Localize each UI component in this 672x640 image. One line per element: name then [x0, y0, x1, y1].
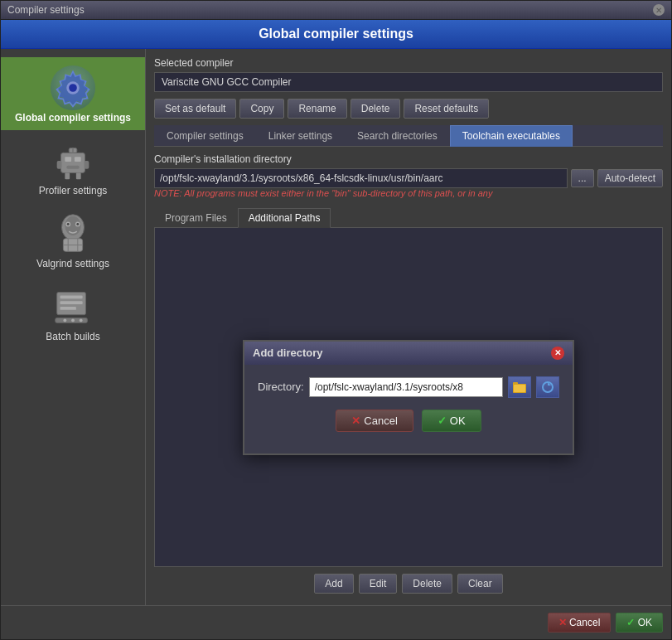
inner-tab-additional-paths[interactable]: Additional Paths [238, 208, 331, 228]
title-bar: Compiler settings ✕ [1, 1, 671, 20]
sidebar-item-valgrind[interactable]: Valgrind settings [1, 203, 145, 276]
tab-compiler-settings[interactable]: Compiler settings [154, 125, 256, 147]
install-dir-row: ... Auto-detect [154, 168, 663, 188]
selected-compiler-label: Selected compiler [154, 57, 663, 69]
sidebar: Global compiler settings Profiler settin… [1, 49, 146, 605]
sidebar-valgrind-label: Valgrind settings [36, 258, 109, 269]
profiler-icon [49, 137, 97, 185]
main-tabs: Compiler settings Linker settings Search… [154, 125, 663, 147]
tab-search-directories[interactable]: Search directories [345, 125, 450, 147]
modal-footer: ✕ Cancel ✓ OK [258, 410, 559, 442]
svg-point-17 [67, 223, 70, 225]
footer-ok-check-icon: ✓ [626, 617, 635, 628]
svg-rect-12 [76, 173, 81, 180]
modal-close-button[interactable]: ✕ [551, 347, 564, 360]
svg-rect-6 [66, 166, 79, 169]
rename-button[interactable]: Rename [288, 99, 346, 119]
main-window: Compiler settings ✕ Global compiler sett… [0, 0, 672, 640]
footer-cancel-button[interactable]: ✕ Cancel [548, 613, 612, 633]
window-title: Compiler settings [7, 4, 85, 16]
sidebar-global-compiler-label: Global compiler settings [15, 112, 131, 124]
svg-rect-24 [60, 295, 83, 298]
install-dir-input[interactable] [154, 168, 568, 188]
folder-icon [513, 381, 526, 393]
bottom-buttons: Add Edit Delete Clear [154, 567, 663, 597]
directory-input[interactable] [309, 377, 503, 397]
svg-rect-33 [514, 385, 525, 392]
compiler-row: Variscite GNU GCC Compiler [154, 72, 663, 92]
sidebar-item-profiler[interactable]: Profiler settings [1, 130, 145, 203]
main-content: Global compiler settings Profiler settin… [1, 49, 671, 605]
auto-detect-button[interactable]: Auto-detect [597, 169, 663, 187]
sidebar-batch-label: Batch builds [46, 331, 99, 342]
batch-icon [49, 283, 97, 331]
warning-text: NOTE: All programs must exist either in … [154, 188, 663, 198]
install-dir-section: Compiler's installation directory ... Au… [154, 153, 663, 203]
add-button[interactable]: Add [314, 574, 353, 594]
toolbar: Set as default Copy Rename Delete Reset … [154, 99, 663, 119]
modal-title-bar: Add directory ✕ [244, 342, 573, 365]
svg-rect-4 [65, 157, 71, 162]
compiler-select[interactable]: Variscite GNU GCC Compiler [154, 72, 663, 92]
dialog-cancel-button[interactable]: ✕ Cancel [336, 410, 413, 432]
sidebar-item-global-compiler[interactable]: Global compiler settings [1, 57, 145, 130]
svg-point-30 [80, 319, 83, 322]
ok-check-icon: ✓ [438, 415, 447, 427]
add-directory-dialog: Add directory ✕ Directory: [243, 340, 574, 455]
tab-linker-settings[interactable]: Linker settings [256, 125, 345, 147]
directory-row: Directory: [258, 376, 559, 398]
svg-rect-5 [75, 157, 81, 162]
set-as-default-button[interactable]: Set as default [154, 99, 236, 119]
browse-button[interactable]: ... [571, 169, 594, 187]
cancel-x-icon: ✕ [351, 415, 360, 427]
svg-rect-26 [60, 307, 76, 310]
svg-point-2 [69, 84, 77, 92]
reset-defaults-button[interactable]: Reset defaults [404, 99, 489, 119]
footer-cancel-x-icon: ✕ [558, 617, 567, 628]
directory-label: Directory: [258, 381, 304, 393]
footer-buttons: ✕ Cancel ✓ OK [1, 605, 671, 639]
svg-point-29 [71, 319, 75, 322]
svg-rect-10 [85, 161, 89, 169]
svg-point-28 [63, 319, 66, 322]
svg-point-18 [76, 223, 79, 225]
delete-compiler-button[interactable]: Delete [351, 99, 401, 119]
content-area: Add directory ✕ Directory: [154, 228, 663, 567]
svg-rect-3 [61, 153, 85, 172]
window-close-button[interactable]: ✕ [653, 4, 665, 16]
footer-ok-button[interactable]: ✓ OK [616, 613, 663, 633]
svg-rect-25 [60, 301, 83, 304]
inner-tabs: Program Files Additional Paths [154, 208, 663, 228]
sidebar-item-batch[interactable]: Batch builds [1, 276, 145, 349]
modal-overlay: Add directory ✕ Directory: [155, 228, 662, 566]
install-dir-label: Compiler's installation directory [154, 153, 663, 165]
refresh-button[interactable] [536, 376, 559, 398]
modal-body: Directory: [244, 365, 573, 453]
svg-rect-11 [65, 173, 70, 180]
delete-button[interactable]: Delete [402, 574, 452, 594]
inner-tab-program-files[interactable]: Program Files [154, 208, 238, 228]
sidebar-profiler-label: Profiler settings [39, 185, 108, 196]
browse-dir-button[interactable] [508, 376, 531, 398]
clear-button[interactable]: Clear [457, 574, 503, 594]
dialog-title: Global compiler settings [1, 20, 671, 49]
modal-title: Add directory [253, 347, 323, 359]
edit-button[interactable]: Edit [359, 574, 398, 594]
svg-rect-9 [57, 161, 62, 169]
gear-icon [49, 64, 97, 112]
valgrind-icon [49, 210, 97, 258]
copy-button[interactable]: Copy [239, 99, 284, 119]
tab-toolchain-executables[interactable]: Toolchain executables [450, 125, 573, 147]
dialog-ok-button[interactable]: ✓ OK [422, 410, 481, 432]
right-panel: Selected compiler Variscite GNU GCC Comp… [146, 49, 671, 605]
refresh-icon [541, 381, 554, 394]
